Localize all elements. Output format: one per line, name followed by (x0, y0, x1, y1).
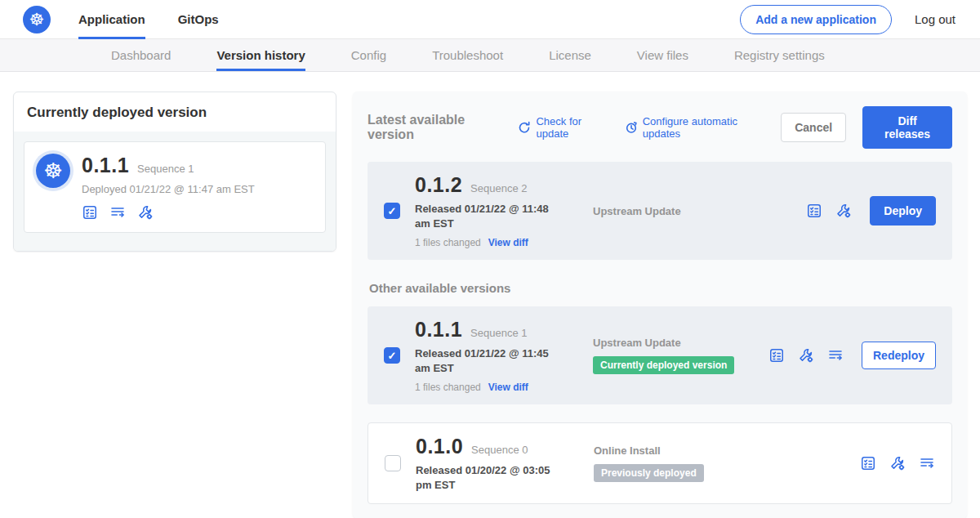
version-sequence: Sequence 0 (471, 444, 528, 456)
version-row: 0.1.2 Sequence 2 Released 01/21/22 @ 11:… (368, 162, 952, 260)
nav-item-application[interactable]: Application (78, 0, 145, 39)
deploy-logs-icon[interactable] (827, 347, 844, 364)
app-icon: ☸ (36, 154, 70, 188)
view-diff-link[interactable]: View diff (488, 237, 528, 248)
other-versions-heading: Other available versions (369, 281, 951, 295)
app-tabs: Dashboard Version history Config Trouble… (0, 39, 980, 72)
version-source: Upstream Update (588, 205, 806, 217)
tab-troubleshoot[interactable]: Troubleshoot (432, 39, 503, 71)
version-checkbox[interactable] (384, 347, 400, 364)
edit-config-icon[interactable] (798, 347, 814, 364)
tab-config[interactable]: Config (351, 39, 386, 71)
files-changed: 1 files changed (415, 237, 481, 248)
release-notes-icon[interactable] (806, 203, 822, 219)
edit-config-icon[interactable] (889, 455, 906, 471)
previously-deployed-badge: Previously deployed (594, 464, 704, 482)
deployed-version-sequence: Sequence 1 (137, 163, 194, 175)
configure-auto-updates-link[interactable]: Configure automatic updates (625, 115, 764, 140)
files-changed: 1 files changed (415, 382, 481, 393)
version-actions: Deploy (806, 196, 936, 226)
tab-dashboard[interactable]: Dashboard (111, 39, 171, 71)
kubernetes-logo-icon: ☸ (23, 6, 51, 33)
released-date: Released 01/21/22 @ 11:48 am EST (415, 202, 567, 230)
clock-icon (625, 121, 638, 134)
version-row: 0.1.1 Sequence 1 Released 01/21/22 @ 11:… (368, 306, 952, 404)
version-checkbox[interactable] (385, 455, 401, 471)
cancel-button[interactable]: Cancel (781, 113, 846, 142)
version-number: 0.1.0 (416, 435, 463, 458)
currently-deployed-title: Currently deployed version (14, 92, 336, 132)
tab-view-files[interactable]: View files (637, 39, 688, 71)
release-notes-icon[interactable] (768, 347, 785, 364)
deployed-date: Deployed 01/21/22 @ 11:47 am EST (82, 183, 255, 195)
tab-license[interactable]: License (549, 39, 591, 71)
version-checkbox[interactable] (384, 203, 400, 219)
version-row: 0.1.0 Sequence 0 Released 01/20/22 @ 03:… (368, 422, 952, 504)
redeploy-button[interactable]: Redeploy (862, 342, 936, 369)
primary-nav: Application GitOps (78, 0, 219, 39)
currently-deployed-badge: Currently deployed version (593, 356, 734, 374)
topbar-right: Add a new application Log out (740, 5, 956, 34)
view-diff-link[interactable]: View diff (488, 382, 528, 393)
tab-registry-settings[interactable]: Registry settings (734, 39, 825, 71)
version-sequence: Sequence 1 (470, 327, 527, 339)
tab-version-history[interactable]: Version history (216, 39, 305, 71)
version-info: 0.1.2 Sequence 2 Released 01/21/22 @ 11:… (415, 173, 588, 248)
edit-config-icon[interactable] (835, 203, 852, 219)
released-date: Released 01/21/22 @ 11:45 am EST (415, 346, 567, 375)
version-number: 0.1.1 (415, 318, 462, 342)
deployed-version-number: 0.1.1 (82, 154, 129, 177)
version-info: 0.1.0 Sequence 0 Released 01/20/22 @ 03:… (416, 435, 589, 492)
top-bar: ☸ Application GitOps Add a new applicati… (0, 0, 980, 39)
version-number: 0.1.2 (415, 173, 462, 197)
latest-version-title: Latest available version (368, 113, 501, 142)
edit-config-icon[interactable] (137, 204, 154, 221)
release-notes-icon[interactable] (82, 204, 98, 221)
version-sequence: Sequence 2 (470, 182, 527, 194)
main-content: Currently deployed version ☸ 0.1.1 Seque… (0, 72, 980, 518)
nav-item-label: Application (78, 12, 145, 26)
deploy-button[interactable]: Deploy (870, 196, 936, 226)
deployed-version-card: ☸ 0.1.1 Sequence 1 Deployed 01/21/22 @ 1… (24, 141, 326, 233)
version-info: 0.1.1 Sequence 1 Released 01/21/22 @ 11:… (415, 318, 588, 393)
refresh-icon (518, 121, 531, 134)
deploy-logs-icon[interactable] (919, 455, 935, 471)
released-date: Released 01/20/22 @ 03:05 pm EST (416, 463, 568, 492)
add-application-button[interactable]: Add a new application (740, 5, 892, 34)
check-for-update-link[interactable]: Check for update (518, 115, 608, 140)
version-source: Upstream Update Currently deployed versi… (588, 337, 768, 374)
deploy-logs-icon[interactable] (109, 204, 126, 221)
nav-item-label: GitOps (178, 12, 219, 26)
currently-deployed-body: ☸ 0.1.1 Sequence 1 Deployed 01/21/22 @ 1… (14, 132, 336, 251)
version-source: Online Install Previously deployed (589, 444, 860, 482)
version-actions: Redeploy (768, 342, 936, 369)
release-notes-icon[interactable] (860, 455, 876, 471)
currently-deployed-panel: Currently deployed version ☸ 0.1.1 Seque… (13, 92, 336, 252)
version-actions (860, 455, 935, 471)
versions-header: Latest available version Check for updat… (368, 106, 952, 149)
logout-link[interactable]: Log out (915, 12, 956, 26)
diff-releases-button[interactable]: Diff releases (862, 106, 952, 149)
nav-item-gitops[interactable]: GitOps (178, 0, 219, 39)
version-history-panel: Latest available version Check for updat… (353, 92, 967, 518)
